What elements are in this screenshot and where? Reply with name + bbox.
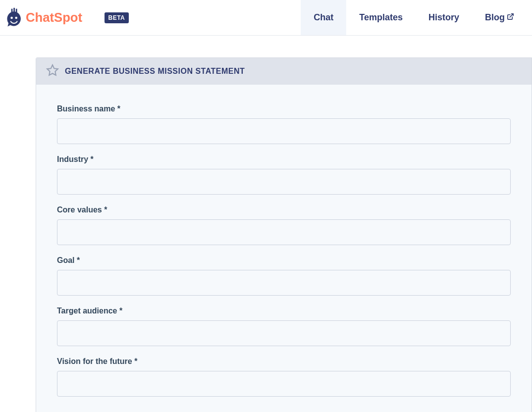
input-target-audience[interactable] bbox=[57, 320, 511, 346]
nav-label: Templates bbox=[359, 12, 403, 23]
svg-point-4 bbox=[15, 16, 17, 19]
label-business-name: Business name * bbox=[57, 104, 511, 113]
input-goal[interactable] bbox=[57, 270, 511, 296]
field-core-values: Core values * bbox=[57, 206, 511, 245]
card-title: GENERATE BUSINESS MISSION STATEMENT bbox=[65, 67, 245, 76]
input-core-values[interactable] bbox=[57, 219, 511, 245]
nav-history[interactable]: History bbox=[416, 0, 472, 35]
field-vision: Vision for the future * bbox=[57, 357, 511, 397]
field-industry: Industry * bbox=[57, 155, 511, 195]
star-icon[interactable] bbox=[46, 64, 59, 79]
label-vision: Vision for the future * bbox=[57, 357, 511, 366]
field-goal: Goal * bbox=[57, 256, 511, 296]
svg-rect-2 bbox=[16, 8, 17, 12]
beta-badge: BETA bbox=[105, 12, 129, 23]
app-header: ChatSpot BETA Chat Templates History Blo… bbox=[0, 0, 532, 36]
label-industry: Industry * bbox=[57, 155, 511, 164]
nav-label: Chat bbox=[314, 12, 333, 23]
nav-templates[interactable]: Templates bbox=[346, 0, 416, 35]
label-goal: Goal * bbox=[57, 256, 511, 265]
nav-label: Blog bbox=[485, 12, 505, 23]
svg-line-6 bbox=[510, 14, 513, 17]
chatspot-logo: ChatSpot bbox=[4, 7, 100, 29]
nav-label: History bbox=[428, 12, 459, 23]
svg-point-3 bbox=[10, 16, 13, 19]
card-header: GENERATE BUSINESS MISSION STATEMENT bbox=[36, 58, 532, 85]
input-vision[interactable] bbox=[57, 371, 511, 397]
label-target-audience: Target audience * bbox=[57, 307, 511, 315]
nav-blog[interactable]: Blog bbox=[472, 0, 527, 35]
main-nav: Chat Templates History Blog bbox=[301, 0, 527, 35]
field-business-name: Business name * bbox=[57, 104, 511, 144]
nav-chat[interactable]: Chat bbox=[301, 0, 346, 35]
logo-group: ChatSpot BETA bbox=[4, 7, 129, 29]
svg-rect-0 bbox=[11, 8, 13, 12]
field-target-audience: Target audience * bbox=[57, 307, 511, 346]
svg-marker-7 bbox=[47, 65, 58, 75]
label-core-values: Core values * bbox=[57, 206, 511, 214]
svg-rect-1 bbox=[13, 7, 15, 12]
input-industry[interactable] bbox=[57, 169, 511, 195]
mission-card: GENERATE BUSINESS MISSION STATEMENT Busi… bbox=[36, 57, 532, 412]
external-link-icon bbox=[507, 12, 514, 23]
svg-text:ChatSpot: ChatSpot bbox=[26, 10, 82, 24]
card-body: Business name * Industry * Core values *… bbox=[36, 85, 532, 412]
page-content: GENERATE BUSINESS MISSION STATEMENT Busi… bbox=[0, 36, 532, 412]
input-business-name[interactable] bbox=[57, 118, 511, 144]
